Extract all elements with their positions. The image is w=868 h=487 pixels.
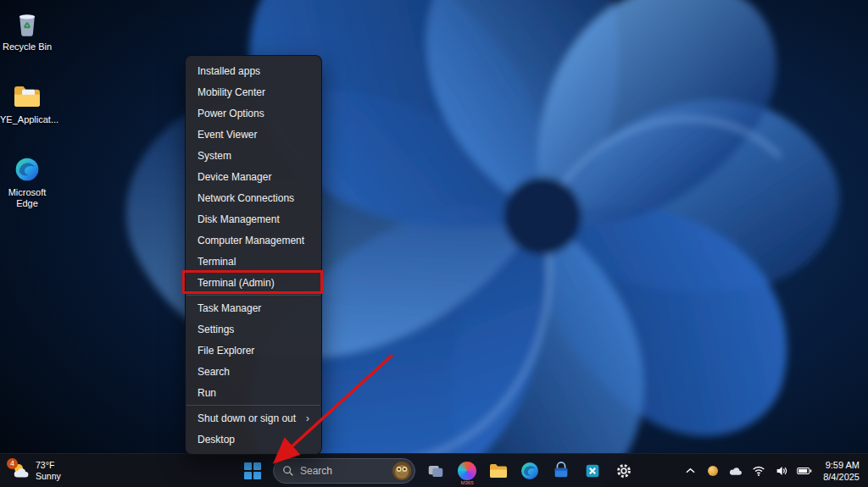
recycle-bin-icon (10, 8, 44, 39)
menu-item-label: Network Connections (198, 192, 294, 204)
clock[interactable]: 9:59 AM 8/4/2025 (820, 457, 863, 485)
windows-logo-icon (244, 462, 261, 479)
weather-temp: 73°F (36, 460, 61, 471)
search-icon (282, 465, 294, 477)
tray-status-icon[interactable] (705, 462, 721, 480)
desktop-screen: Recycle Bin YE_Applicat... Micro (0, 0, 868, 487)
microsoft-edge-button[interactable] (515, 457, 544, 485)
search-box[interactable] (273, 458, 415, 484)
menu-item-label: Desktop (198, 434, 235, 445)
menu-item-run[interactable]: Run (186, 382, 321, 403)
m365-copilot-button[interactable]: M365 (453, 457, 481, 485)
menu-item-label: File Explorer (198, 345, 254, 357)
menu-item-installed-apps[interactable]: Installed apps (186, 60, 321, 81)
clock-time: 9:59 AM (823, 459, 860, 471)
settings-button[interactable] (609, 457, 638, 485)
system-tray: 9:59 AM 8/4/2025 (682, 454, 863, 487)
menu-item-label: Device Manager (198, 171, 271, 183)
menu-item-label: Terminal (198, 256, 236, 268)
microsoft-store-button[interactable] (547, 457, 576, 485)
weather-icon: 4 (10, 461, 31, 481)
menu-item-network-connections[interactable]: Network Connections (186, 187, 321, 208)
m365-copilot-icon (458, 462, 476, 480)
menu-item-shut-down-or-sign-out[interactable]: Shut down or sign out › (186, 407, 321, 429)
edge-icon (520, 461, 540, 481)
file-explorer-icon (488, 462, 509, 479)
desktop-icon-microsoft-edge[interactable]: Microsoft Edge (0, 154, 54, 209)
menu-item-label: Search (198, 366, 230, 378)
chevron-right-icon: › (306, 412, 309, 424)
task-view-button[interactable] (421, 457, 450, 485)
menu-item-desktop[interactable]: Desktop (186, 429, 321, 450)
menu-item-label: Event Viewer (198, 129, 257, 141)
menu-item-event-viewer[interactable]: Event Viewer (186, 124, 321, 145)
settings-gear-icon (615, 462, 633, 480)
edge-icon (10, 154, 44, 185)
menu-item-label: Installed apps (198, 65, 260, 77)
menu-item-device-manager[interactable]: Device Manager (186, 166, 321, 187)
menu-item-file-explorer[interactable]: File Explorer (186, 340, 321, 361)
desktop-icon-label: YE_Applicat... (0, 114, 58, 125)
menu-item-label: Task Manager (198, 302, 261, 314)
onedrive-cloud-icon[interactable] (728, 462, 743, 480)
file-explorer-button[interactable] (484, 457, 513, 485)
search-input[interactable] (300, 465, 386, 477)
notification-badge: 4 (7, 458, 18, 469)
search-highlight-image[interactable] (392, 461, 412, 481)
task-view-icon (426, 462, 445, 480)
menu-item-disk-management[interactable]: Disk Management (186, 208, 321, 230)
menu-item-label: System (198, 150, 231, 162)
menu-item-label: Shut down or sign out (198, 412, 296, 424)
menu-item-label: Mobility Center (198, 86, 265, 98)
winx-context-menu: Installed apps Mobility Center Power Opt… (185, 55, 322, 455)
menu-item-power-options[interactable]: Power Options (186, 102, 321, 124)
menu-separator (186, 295, 320, 296)
menu-item-system[interactable]: System (186, 145, 321, 166)
weather-widget[interactable]: 4 73°F Sunny (5, 454, 66, 487)
office-app-icon (583, 462, 602, 480)
menu-item-label: Run (198, 387, 216, 399)
menu-item-terminal-admin[interactable]: Terminal (Admin) (186, 272, 321, 293)
desktop-icon-recycle-bin[interactable]: Recycle Bin (0, 8, 54, 53)
chevron-up-icon[interactable] (682, 462, 698, 480)
wifi-icon[interactable] (751, 462, 766, 480)
weather-condition: Sunny (36, 471, 61, 482)
menu-item-label: Settings (198, 324, 234, 335)
desktop-icon-ye-application-folder[interactable]: YE_Applicat... (0, 81, 54, 125)
menu-item-settings[interactable]: Settings (186, 318, 321, 340)
desktop-icon-label: Microsoft Edge (8, 187, 47, 208)
menu-item-label: Terminal (Admin) (198, 277, 275, 289)
taskbar: 4 73°F Sunny (0, 453, 868, 487)
start-button[interactable] (238, 457, 267, 485)
taskbar-center: M365 (238, 454, 638, 487)
office-app-button[interactable] (578, 457, 607, 485)
folder-icon (10, 81, 44, 112)
menu-item-search[interactable]: Search (186, 361, 321, 382)
m365-badge: M365 (453, 480, 481, 485)
menu-separator (186, 405, 320, 406)
menu-item-mobility-center[interactable]: Mobility Center (186, 81, 321, 102)
desktop-icon-label: Recycle Bin (3, 42, 52, 52)
volume-icon[interactable] (774, 462, 789, 480)
menu-item-computer-management[interactable]: Computer Management (186, 230, 321, 251)
clock-date: 8/4/2025 (823, 471, 860, 483)
menu-item-label: Disk Management (198, 213, 280, 225)
menu-item-task-manager[interactable]: Task Manager (186, 297, 321, 318)
microsoft-store-icon (552, 462, 570, 480)
battery-icon[interactable] (797, 462, 812, 480)
menu-item-label: Computer Management (198, 235, 304, 246)
menu-item-terminal[interactable]: Terminal (186, 251, 321, 272)
menu-item-label: Power Options (198, 108, 264, 119)
windows-bloom-wallpaper (0, 0, 868, 487)
